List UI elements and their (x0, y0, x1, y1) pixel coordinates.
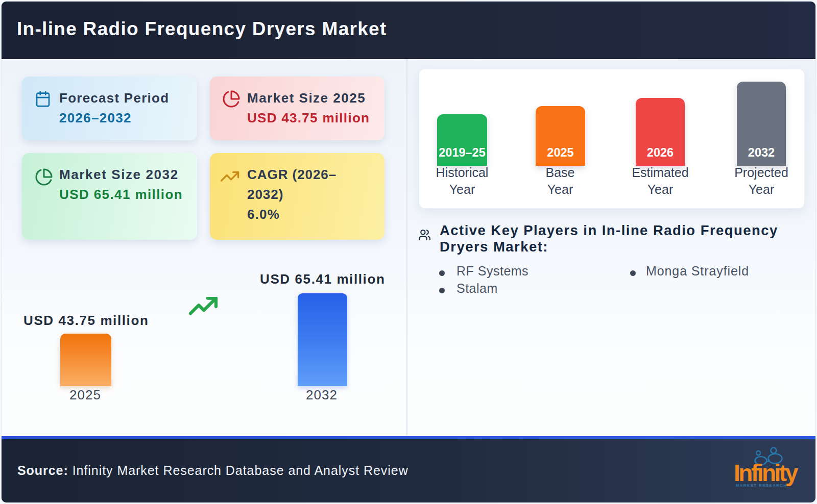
svg-text:MARKET RESEARCH: MARKET RESEARCH (736, 483, 787, 488)
svg-text:Infinity: Infinity (734, 460, 799, 486)
